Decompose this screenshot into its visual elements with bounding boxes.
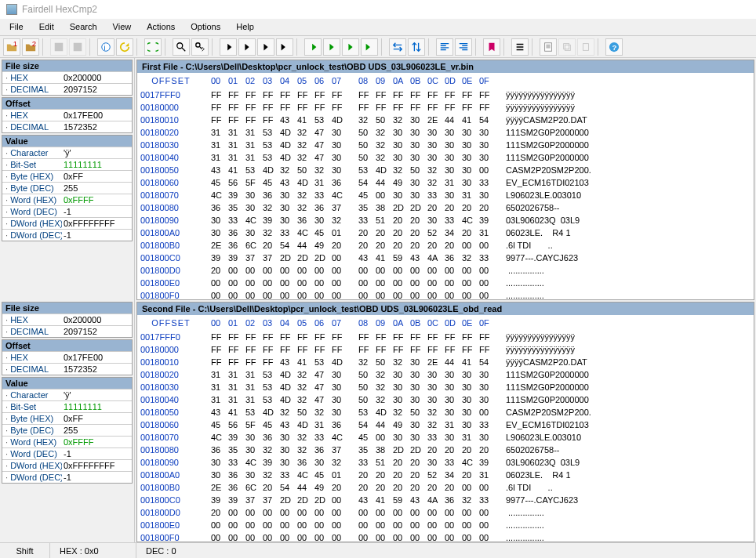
hex-byte[interactable]: 4C <box>462 456 479 469</box>
hex-byte[interactable]: 00 <box>314 289 332 299</box>
hex-byte[interactable]: 00 <box>393 289 410 299</box>
hex-byte[interactable]: 36 <box>263 189 280 201</box>
hex-byte[interactable]: 33 <box>479 494 496 506</box>
hex-byte[interactable]: 51 <box>376 214 393 226</box>
hex-byte[interactable]: 4C <box>462 214 479 226</box>
hex-byte[interactable]: 30 <box>332 164 349 176</box>
hex-row[interactable]: 001800E000000000000000000000000000000000… <box>137 519 754 531</box>
hex-byte[interactable]: 34 <box>445 226 462 239</box>
help-button[interactable]: ? <box>605 38 623 56</box>
hex-byte[interactable]: 32 <box>462 252 479 264</box>
hex-byte[interactable]: FF <box>427 343 445 356</box>
hex-byte[interactable]: FF <box>211 101 228 114</box>
hex-byte[interactable]: 30 <box>479 393 496 406</box>
hex-byte[interactable]: 00 <box>393 277 410 289</box>
hex-byte[interactable]: 33 <box>479 252 496 264</box>
hex-byte[interactable]: 43 <box>410 252 427 264</box>
hex-byte[interactable]: 31 <box>462 431 479 444</box>
hex-byte[interactable]: FF <box>280 343 297 356</box>
hex-byte[interactable]: 31 <box>245 368 263 381</box>
hex-byte[interactable]: 53 <box>245 164 263 176</box>
hex-byte[interactable]: 30 <box>445 381 462 393</box>
hex-byte[interactable]: FF <box>410 89 427 101</box>
hex-ascii[interactable]: 111SM2G0P2000000 <box>496 393 751 406</box>
hex-byte[interactable]: 4D <box>297 418 314 431</box>
hex-byte[interactable]: FF <box>445 343 462 356</box>
hex-byte[interactable]: 20 <box>445 239 462 252</box>
hex-byte[interactable]: 39 <box>263 456 280 469</box>
hex-byte[interactable]: FF <box>410 331 427 343</box>
hex-byte[interactable]: 00 <box>393 506 410 519</box>
hex-byte[interactable]: 00 <box>445 506 462 519</box>
hex-byte[interactable]: 52 <box>427 226 445 239</box>
hex-byte[interactable]: 20 <box>445 201 462 214</box>
hex-byte[interactable]: 00 <box>445 277 462 289</box>
hex-byte[interactable]: 32 <box>427 418 445 431</box>
hex-byte[interactable]: 2D <box>410 201 427 214</box>
hex-byte[interactable]: 00 <box>358 519 376 531</box>
hex-byte[interactable]: 30 <box>445 139 462 151</box>
hex-byte[interactable]: 00 <box>358 264 376 277</box>
hex-byte[interactable]: 20 <box>462 201 479 214</box>
hex-byte[interactable]: 35 <box>228 444 245 456</box>
hex-byte[interactable]: 53 <box>263 381 280 393</box>
hex-byte[interactable]: 44 <box>445 114 462 126</box>
hex-byte[interactable]: FF <box>228 114 245 126</box>
hex-byte[interactable]: 4A <box>427 494 445 506</box>
hex-byte[interactable]: 43 <box>280 418 297 431</box>
hex-byte[interactable]: 4D <box>280 139 297 151</box>
hex-byte[interactable]: 30 <box>410 368 427 381</box>
menu-search[interactable]: Search <box>64 20 104 34</box>
hex-ascii[interactable]: EV_ECM16TDI02103 <box>496 176 751 189</box>
hex-row[interactable]: 0018006045565F45434D31365444493032313033… <box>137 176 754 189</box>
hex-byte[interactable]: FF <box>280 89 297 101</box>
hex-byte[interactable]: FF <box>445 101 462 114</box>
hex-byte[interactable]: 30 <box>332 406 349 418</box>
hex-byte[interactable]: 20 <box>376 469 393 481</box>
hex-byte[interactable]: 32 <box>280 406 297 418</box>
hex-byte[interactable]: 00 <box>462 277 479 289</box>
hex-byte[interactable]: 36 <box>332 418 349 431</box>
hex-byte[interactable]: 4D <box>332 114 349 126</box>
prev-diff-button[interactable] <box>238 38 256 56</box>
hex-byte[interactable]: 44 <box>445 356 462 368</box>
hex-byte[interactable]: 31 <box>245 393 263 406</box>
hex-byte[interactable]: 00 <box>332 519 349 531</box>
menu-file[interactable]: File <box>3 20 30 34</box>
hex-byte[interactable]: 53 <box>263 126 280 139</box>
hex-byte[interactable]: 31 <box>211 393 228 406</box>
hex-byte[interactable]: 00 <box>297 531 314 542</box>
hex-ascii[interactable]: ÿÿÿÿÿÿÿÿÿÿÿÿÿÿÿÿ <box>496 101 751 114</box>
hex-byte[interactable]: 45 <box>314 469 332 481</box>
hex-row[interactable]: 001800504341534D32503230534D325032303000… <box>137 164 754 176</box>
hex-byte[interactable]: 47 <box>314 381 332 393</box>
find-next-button[interactable] <box>191 38 209 56</box>
hex-ascii[interactable]: 06023LE. R4 1 <box>496 469 751 481</box>
hex-byte[interactable]: FF <box>211 356 228 368</box>
hex-byte[interactable]: 30 <box>479 151 496 164</box>
hex-byte[interactable]: FF <box>245 114 263 126</box>
hex-byte[interactable]: 38 <box>376 201 393 214</box>
hex-byte[interactable]: 00 <box>427 506 445 519</box>
hex-byte[interactable]: 30 <box>462 139 479 151</box>
hex-byte[interactable]: 00 <box>376 289 393 299</box>
hex-byte[interactable]: 41 <box>297 356 314 368</box>
hex-byte[interactable]: 20 <box>479 444 496 456</box>
hex-byte[interactable]: 56 <box>228 418 245 431</box>
hex-byte[interactable]: FF <box>479 331 496 343</box>
menu-edit[interactable]: Edit <box>33 20 60 34</box>
hex-byte[interactable]: 4C <box>332 431 349 444</box>
hex-byte[interactable]: 32 <box>376 151 393 164</box>
hex-byte[interactable]: 53 <box>263 368 280 381</box>
hex-byte[interactable]: 32 <box>297 431 314 444</box>
hex-byte[interactable]: 30 <box>410 418 427 431</box>
hex-byte[interactable]: 4D <box>280 126 297 139</box>
hex-byte[interactable]: 49 <box>393 418 410 431</box>
hex-byte[interactable]: 00 <box>358 289 376 299</box>
hex-row[interactable]: 0018006045565F45434D31365444493032313033… <box>137 418 754 431</box>
hex-byte[interactable]: 00 <box>462 481 479 494</box>
hex-byte[interactable]: 47 <box>314 151 332 164</box>
hex-byte[interactable]: 00 <box>410 264 427 277</box>
hex-byte[interactable]: 32 <box>314 164 332 176</box>
hex-byte[interactable]: 00 <box>427 289 445 299</box>
